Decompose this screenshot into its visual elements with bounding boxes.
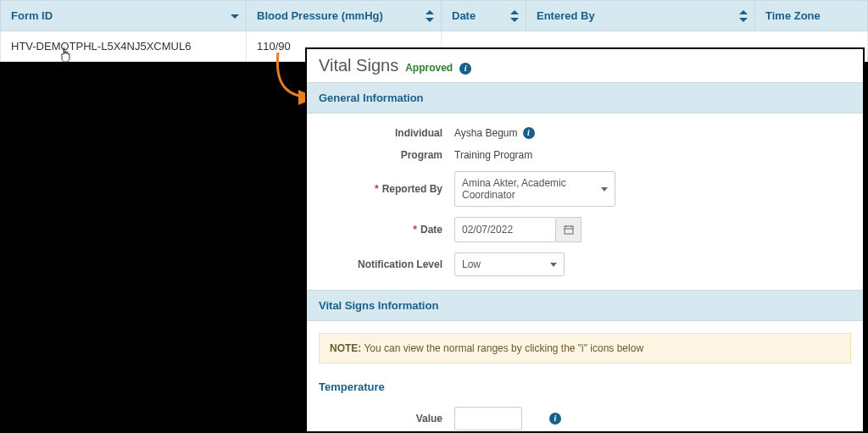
chevron-down-icon (601, 187, 608, 192)
label-reported-by: Reported By (382, 183, 442, 195)
label-value: Value (319, 413, 454, 425)
date-input[interactable]: 02/07/2022 (454, 217, 556, 242)
section-vitals: Vital Signs Information (307, 290, 863, 321)
note-text: You can view the normal ranges by clicki… (361, 342, 643, 354)
value-program: Training Program (454, 149, 532, 161)
subsection-temperature: Temperature (307, 375, 863, 398)
col-tz-label: Time Zone (765, 9, 821, 22)
sort-icon (426, 10, 434, 22)
info-icon[interactable]: i (523, 127, 535, 139)
info-icon[interactable]: i (549, 413, 561, 425)
note-box: NOTE: You can view the normal ranges by … (319, 333, 851, 364)
value-individual: Aysha Begum (454, 127, 518, 139)
detail-panel: Vital Signs Approved i General Informati… (305, 47, 865, 433)
col-tz[interactable]: Time Zone (755, 1, 868, 31)
col-bp[interactable]: Blood Pressure (mmHg) (247, 1, 442, 31)
col-date-label: Date (452, 9, 476, 22)
svg-rect-0 (565, 226, 573, 234)
chevron-down-icon (550, 263, 557, 267)
notification-select[interactable]: Low (454, 253, 565, 276)
label-program: Program (319, 149, 454, 161)
col-form-id-label: Form ID (11, 9, 53, 22)
label-individual: Individual (319, 127, 454, 139)
section-general: General Information (307, 82, 863, 114)
sort-icon (739, 10, 748, 22)
reported-by-value: Amina Akter, Academic Coordinator (462, 177, 594, 201)
sort-desc-icon (231, 10, 239, 22)
notification-value: Low (462, 258, 481, 270)
info-icon[interactable]: i (459, 63, 471, 75)
col-entered-by-label: Entered By (537, 9, 595, 22)
reported-by-select[interactable]: Amina Akter, Academic Coordinator (454, 171, 615, 207)
note-label: NOTE: (330, 342, 361, 354)
col-form-id[interactable]: Form ID (1, 1, 247, 31)
col-bp-label: Blood Pressure (mmHg) (257, 9, 383, 22)
detail-title: Vital Signs (319, 56, 398, 75)
cell-form-id: HTV-DEMOTPHL-L5X4NJ5XCMUL6 (1, 31, 247, 62)
col-date[interactable]: Date (442, 1, 526, 31)
date-value: 02/07/2022 (462, 224, 513, 236)
pointer-cursor-icon (59, 47, 73, 65)
col-entered-by[interactable]: Entered By (526, 1, 755, 31)
sort-icon (510, 10, 519, 22)
status-badge: Approved (405, 62, 453, 74)
label-notification: Notification Level (319, 258, 454, 270)
temperature-value-input[interactable] (454, 407, 522, 430)
label-date: Date (420, 224, 442, 236)
calendar-icon (564, 225, 574, 235)
calendar-button[interactable] (556, 217, 581, 242)
